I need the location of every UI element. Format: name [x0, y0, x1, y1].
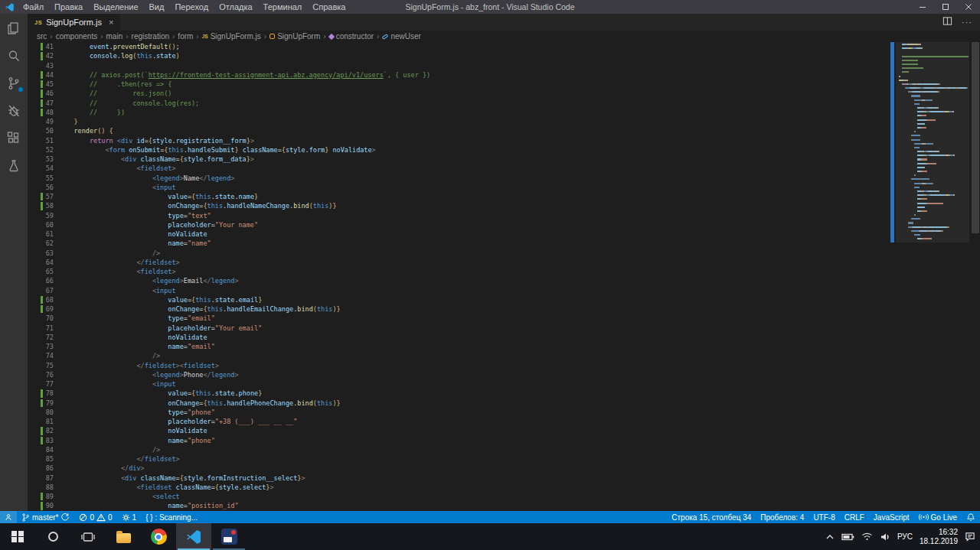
start-button[interactable]: [0, 523, 35, 550]
code-line[interactable]: 56<input: [28, 183, 880, 192]
test-flask-icon[interactable]: [0, 153, 28, 179]
code-line[interactable]: 75</fieldset><fieldset>: [28, 361, 880, 370]
code-line[interactable]: 58onChange={this.handleNameChange.bind(t…: [28, 201, 880, 210]
breadcrumb-item[interactable]: registration: [132, 32, 169, 41]
breadcrumb-item[interactable]: JSSignUpForm.js: [202, 32, 261, 41]
menu-item[interactable]: Выделение: [88, 0, 143, 14]
code-line[interactable]: 59type="text": [28, 211, 880, 220]
code-line[interactable]: 60placeholder="Your name": [28, 220, 880, 229]
code-line[interactable]: 50render() {: [28, 126, 880, 135]
git-branch-status[interactable]: master*: [17, 511, 74, 523]
tasks-running-status[interactable]: 1: [117, 511, 142, 523]
code-line[interactable]: 88<fieldset className={style.select}>: [28, 483, 880, 492]
hidden-icons-chevron-icon[interactable]: [825, 534, 835, 540]
code-line[interactable]: 54<fieldset>: [28, 164, 880, 173]
cursor-position-status[interactable]: Строка 15, столбец 34: [667, 511, 756, 523]
menu-item[interactable]: Файл: [18, 0, 49, 14]
breadcrumb-item[interactable]: form: [178, 32, 193, 41]
sync-icon[interactable]: [60, 513, 70, 522]
code-line[interactable]: 86</div>: [28, 464, 880, 473]
go-live-button[interactable]: Go Live: [914, 511, 962, 523]
code-line[interactable]: 84/>: [28, 445, 880, 454]
breadcrumb-item[interactable]: constructor: [329, 32, 374, 41]
breadcrumb-item[interactable]: main: [106, 32, 123, 41]
code-line[interactable]: 69onChange={this.handleEmailChange.bind(…: [28, 304, 880, 314]
menu-item[interactable]: Переход: [169, 0, 214, 14]
breadcrumb-item[interactable]: newUser: [382, 32, 420, 41]
menu-item[interactable]: Правка: [49, 0, 88, 14]
code-line[interactable]: 62name="name": [28, 239, 880, 248]
scanning-status[interactable]: { } : Scanning...: [141, 511, 202, 523]
tab-signupform[interactable]: JS SignUpForm.js ×: [28, 14, 121, 31]
code-line[interactable]: 53<div className={style.form__data}>: [28, 155, 880, 164]
screen-recorder-app-icon[interactable]: [211, 523, 247, 550]
clock[interactable]: 16:32 18.12.2019: [920, 528, 958, 546]
remote-indicator-icon[interactable]: [0, 511, 17, 523]
code-line[interactable]: 55<legend>Name</legend>: [28, 174, 880, 183]
extensions-icon[interactable]: [0, 125, 28, 151]
breadcrumb-item[interactable]: components: [56, 32, 97, 41]
code-line[interactable]: 57value={this.state.name}: [28, 192, 880, 201]
code-line[interactable]: 67<input: [28, 286, 880, 295]
debug-icon[interactable]: [0, 98, 28, 124]
code-line[interactable]: 42console.log(this.state): [28, 51, 880, 60]
split-editor-icon[interactable]: [942, 15, 952, 29]
code-line[interactable]: 76<legend>Phone</legend>: [28, 370, 880, 379]
search-icon[interactable]: [0, 43, 28, 69]
menu-item[interactable]: Отладка: [214, 0, 257, 14]
minimize-button[interactable]: [911, 0, 934, 14]
code-line[interactable]: 73name="email": [28, 342, 880, 351]
code-line[interactable]: 51return <div id={style.registration__fo…: [28, 136, 880, 145]
close-button[interactable]: [957, 0, 980, 14]
language-mode-status[interactable]: JavaScript: [869, 511, 914, 523]
code-line[interactable]: 63/>: [28, 249, 880, 258]
code-line[interactable]: 45// .then(res => {: [28, 80, 880, 89]
volume-icon[interactable]: [880, 532, 890, 542]
language-indicator[interactable]: РУС: [897, 532, 913, 541]
code-line[interactable]: 70type="email": [28, 314, 880, 323]
code-line[interactable]: 78value={this.state.phone}: [28, 389, 880, 398]
network-wifi-icon[interactable]: [861, 532, 873, 541]
code-line[interactable]: 49}: [28, 117, 880, 126]
task-view-button[interactable]: [70, 523, 106, 550]
scrollbar-thumb[interactable]: [972, 42, 979, 233]
code-line[interactable]: 71placeholder="Your email": [28, 324, 880, 333]
code-line[interactable]: 72noValidate: [28, 333, 880, 342]
code-line[interactable]: 79onChange={this.handlePhoneChange.bind(…: [28, 399, 880, 408]
explorer-icon[interactable]: [0, 15, 28, 41]
code-line[interactable]: 64</fieldset>: [28, 258, 880, 267]
encoding-status[interactable]: UTF-8: [808, 511, 839, 523]
code-line[interactable]: 43: [28, 61, 880, 70]
code-line[interactable]: 52<form onSubmit={this.handleSubmit} cla…: [28, 145, 880, 155]
code-line[interactable]: 87<div className={style.formInstruction_…: [28, 474, 880, 483]
code-line[interactable]: 83name="phone": [28, 436, 880, 445]
menu-item[interactable]: Вид: [144, 0, 170, 14]
chrome-icon[interactable]: [141, 523, 176, 550]
breadcrumb-item[interactable]: SignUpForm: [270, 32, 320, 41]
editor-scrollbar[interactable]: [971, 42, 980, 511]
code-line[interactable]: 65<fieldset>: [28, 267, 880, 276]
problems-status[interactable]: 0 0: [74, 511, 116, 523]
code-line[interactable]: 89<select: [28, 492, 880, 501]
editor[interactable]: 41event.preventDefault();42console.log(t…: [28, 42, 980, 511]
code-line[interactable]: 41event.preventDefault();: [28, 42, 880, 51]
tab-close-icon[interactable]: ×: [109, 18, 113, 27]
code-area[interactable]: 41event.preventDefault();42console.log(t…: [28, 42, 880, 511]
minimap-slider[interactable]: [896, 42, 969, 242]
code-line[interactable]: 90name="position_id": [28, 501, 880, 510]
code-line[interactable]: 74/>: [28, 351, 880, 360]
breadcrumb-item[interactable]: src: [37, 32, 47, 41]
source-control-icon[interactable]: [0, 70, 28, 96]
code-line[interactable]: 77<input: [28, 379, 880, 389]
battery-icon[interactable]: [841, 533, 854, 541]
code-line[interactable]: 44// axios.post(`https://frontend-test-a…: [28, 70, 880, 80]
code-line[interactable]: 66<legend>Email</legend>: [28, 276, 880, 285]
eol-status[interactable]: CRLF: [840, 511, 869, 523]
code-line[interactable]: 81placeholder="+38 (___) ___ __ __": [28, 417, 880, 426]
taskbar-search-button[interactable]: [35, 523, 70, 550]
notifications-bell-icon[interactable]: [962, 511, 980, 523]
menu-item[interactable]: Справка: [307, 0, 351, 14]
code-line[interactable]: 61noValidate: [28, 229, 880, 239]
code-line[interactable]: 68value={this.state.email}: [28, 295, 880, 304]
more-actions-icon[interactable]: ···: [962, 18, 972, 27]
